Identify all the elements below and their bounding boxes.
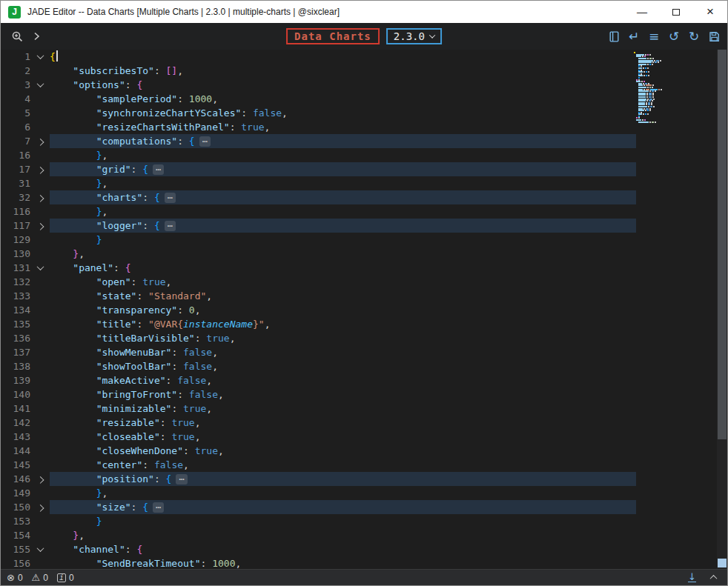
scroll-to-bottom-icon[interactable]: ↓ (688, 573, 696, 582)
code-line: 129 } (1, 233, 636, 247)
code-text: }, (50, 204, 636, 219)
fold-open-toggle-icon[interactable] (30, 261, 50, 275)
return-icon[interactable]: ↵ (627, 30, 641, 43)
line-number: 17 (1, 162, 30, 176)
code-line: 6 "resizeChartsWithPanel": true, (1, 120, 636, 134)
code-line: 1{ (1, 50, 636, 64)
warning-icon: ⚠ (32, 573, 41, 582)
line-number: 146 (1, 472, 30, 486)
fold-closed-toggle-icon[interactable] (30, 472, 50, 486)
close-button[interactable]: × (693, 1, 727, 23)
line-number: 139 (1, 373, 30, 387)
code-text: "transparency": 0, (50, 303, 636, 317)
code-line: 143 "closeable": true, (1, 430, 636, 444)
window-controls: — × (625, 1, 727, 23)
errors-indicator[interactable]: ⊗ 0 (7, 573, 23, 583)
code-line: 16 }, (1, 148, 636, 162)
line-number: 129 (1, 233, 30, 247)
code-text: "position": {⋯ (50, 472, 636, 486)
fold-gutter-empty (30, 373, 50, 387)
code-line: 139 "makeActive": false, (1, 373, 636, 387)
line-number: 16 (1, 148, 30, 162)
code-text: "charts": {⋯ (50, 190, 636, 204)
line-number: 133 (1, 289, 30, 303)
fold-gutter-empty (30, 331, 50, 345)
code-lines: 1{2 "subscribesTo": [],3 "options": {4 "… (1, 50, 636, 569)
line-number: 153 (1, 514, 30, 528)
line-number: 145 (1, 458, 30, 472)
fold-gutter-empty (30, 303, 50, 317)
line-number: 138 (1, 359, 30, 373)
error-count: 0 (18, 573, 23, 583)
line-number: 156 (1, 556, 30, 569)
code-line: 130 }, (1, 247, 636, 261)
code-text: }, (50, 528, 636, 542)
toolbar: Data Charts 2.3.0 ↵ ≡ ↺ ↻ (1, 23, 727, 50)
align-lines-icon[interactable]: ≡ (647, 30, 661, 43)
fold-gutter-empty (30, 345, 50, 359)
code-line: 31 }, (1, 176, 636, 190)
fold-gutter-empty (30, 416, 50, 430)
code-text: }, (50, 247, 636, 261)
chevron-up-icon[interactable] (708, 573, 718, 583)
code-line: 32 "charts": {⋯ (1, 190, 636, 204)
fold-open-toggle-icon[interactable] (30, 50, 50, 64)
code-text: "center": false, (50, 458, 636, 472)
code-line: 2 "subscribesTo": [], (1, 64, 636, 78)
minimize-button[interactable]: — (625, 1, 659, 23)
zoom-icon[interactable] (10, 30, 24, 43)
info-indicator[interactable]: i 0 (57, 573, 74, 583)
code-text: }, (50, 486, 636, 500)
notebook-icon[interactable] (607, 30, 621, 43)
text-cursor (56, 50, 58, 61)
code-line: 131 "panel": { (1, 261, 636, 275)
version-dropdown[interactable]: 2.3.0 (386, 28, 442, 44)
chevron-right-icon[interactable] (30, 30, 43, 43)
code-text: "grid": {⋯ (50, 162, 636, 176)
fold-closed-toggle-icon[interactable] (30, 134, 50, 148)
fold-closed-toggle-icon[interactable] (30, 162, 50, 176)
line-number: 154 (1, 528, 30, 542)
data-charts-button[interactable]: Data Charts (286, 28, 380, 44)
undo-icon[interactable]: ↺ (667, 30, 681, 43)
warnings-indicator[interactable]: ⚠ 0 (32, 573, 48, 583)
chevron-down-icon (429, 32, 435, 38)
fold-gutter-empty (30, 514, 50, 528)
code-line: 4 "samplePeriod": 1000, (1, 92, 636, 106)
line-number: 5 (1, 106, 30, 120)
app-logo-letter: J (12, 7, 17, 17)
code-text: "open": true, (50, 275, 636, 289)
code-text: } (50, 514, 636, 528)
maximize-button[interactable] (659, 1, 693, 23)
line-number: 6 (1, 120, 30, 134)
scrollbar-thumb[interactable] (718, 50, 727, 439)
code-text: "titleBarVisible": true, (50, 331, 636, 345)
save-icon[interactable] (707, 30, 721, 43)
fold-closed-toggle-icon[interactable] (30, 500, 50, 514)
fold-gutter-empty (30, 289, 50, 303)
code-line: 17 "grid": {⋯ (1, 162, 636, 176)
fold-gutter-empty (30, 247, 50, 261)
vertical-scrollbar[interactable] (717, 50, 727, 569)
fold-open-toggle-icon[interactable] (30, 78, 50, 92)
code-line: 140 "bringToFront": false, (1, 387, 636, 402)
fold-gutter-empty (30, 556, 50, 569)
code-line: 138 "showToolBar": false, (1, 359, 636, 373)
fold-gutter-empty (30, 92, 50, 106)
minimap[interactable] (634, 52, 693, 123)
line-number: 117 (1, 219, 30, 233)
code-text: { (50, 50, 636, 64)
fold-open-toggle-icon[interactable] (30, 542, 50, 556)
fold-closed-toggle-icon[interactable] (30, 190, 50, 204)
line-number: 3 (1, 78, 30, 92)
code-line: 117 "logger": {⋯ (1, 219, 636, 233)
code-line: 154 }, (1, 528, 636, 542)
fold-closed-toggle-icon[interactable] (30, 219, 50, 233)
version-label: 2.3.0 (394, 30, 425, 42)
code-line: 136 "titleBarVisible": true, (1, 331, 636, 345)
code-line: 116 }, (1, 204, 636, 219)
code-text: "options": { (50, 78, 636, 92)
redo-icon[interactable]: ↻ (687, 30, 701, 43)
code-text: "samplePeriod": 1000, (50, 92, 636, 106)
code-editor[interactable]: 1{2 "subscribesTo": [],3 "options": {4 "… (1, 50, 727, 569)
